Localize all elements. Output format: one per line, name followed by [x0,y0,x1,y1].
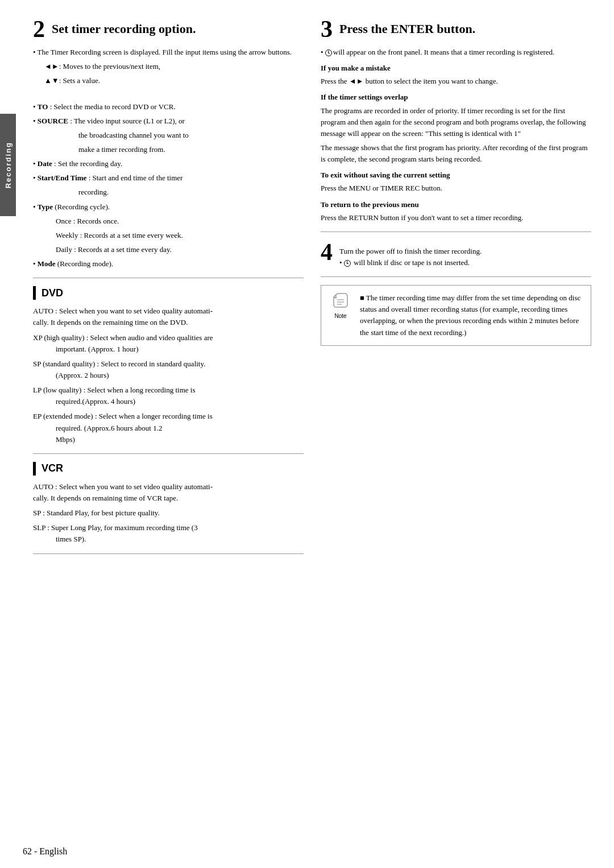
step3-overlap-heading: If the timer settings overlap [321,92,591,103]
step2-intro: • The Timer Recording screen is displaye… [33,47,304,58]
note-text: ■ The timer recording time may differ fr… [360,292,583,338]
divider5 [321,276,591,277]
step2-once: Once : Records once. [33,216,304,227]
step2-arrow2: ▲▼: Sets a value. [33,75,304,86]
dvd-bar [33,286,36,300]
divider3 [33,553,304,554]
dvd-content: AUTO : Select when you want to set video… [33,305,304,445]
dvd-auto: AUTO : Select when you want to set video… [33,305,304,328]
step2-daily: Daily : Records at a set time every day. [33,244,304,255]
step2-content: • The Timer Recording screen is displaye… [33,47,304,270]
clock-icon [325,49,332,56]
step4-bullet: • will blink if disc or tape is not inse… [339,257,482,268]
step2-intro-bullet: • [33,48,38,56]
divider2 [33,453,304,454]
note-content: ■ The timer recording time may differ fr… [360,292,583,338]
step2-source3: make a timer recording from. [33,144,304,155]
step4-number: 4 [321,240,333,264]
step4-container: 4 Turn the power off to finish the timer… [321,240,591,268]
step2-title: Set timer recording option. [52,17,196,36]
clock-icon2 [344,260,351,267]
step2-number: 2 [33,17,45,41]
note-box: Note ■ The timer recording time may diff… [321,285,591,346]
step2-mode: • Mode (Recording mode). [33,258,304,270]
note-icon-area: Note [329,292,352,319]
vcr-auto: AUTO : Select when you want to set video… [33,481,304,504]
dvd-title: DVD [42,287,63,299]
step3-return-heading: To return to the previous menu [321,199,591,210]
right-column: 3 Press the ENTER button. • will appear … [321,17,591,562]
step3-header: 3 Press the ENTER button. [321,17,591,41]
dvd-lp: LP (low quality) : Select when a long re… [33,385,304,407]
left-column: 2 Set timer recording option. • The Time… [33,17,304,562]
step2-header: 2 Set timer recording option. [33,17,304,41]
vcr-title: VCR [42,462,63,474]
step3-overlap-text2: The message shows that the first program… [321,142,591,165]
step3-exit-text: Press the MENU or TIMER REC button. [321,183,591,194]
step3-overlap-text1: The programs are recorded in order of pr… [321,105,591,139]
step2-startend2: recording. [33,187,304,198]
step3-intro: • will appear on the front panel. It mea… [321,47,591,58]
vcr-sp: SP : Standard Play, for best picture qua… [33,507,304,519]
dvd-ep: EP (extended mode) : Select when a longe… [33,411,304,445]
step4-main-text: Turn the power off to finish the timer r… [339,246,482,257]
step3-exit-heading: To exit without saving the current setti… [321,170,591,181]
step3-mistake-text: Press the ◄► button to select the item y… [321,76,591,87]
main-content: 2 Set timer recording option. • The Time… [16,0,614,868]
step2-to: • TO : Select the media to record DVD or… [33,101,304,113]
divider4 [321,232,591,232]
note-label: Note [334,313,346,319]
step3-return-text: Press the RETURN button if you don't wan… [321,212,591,224]
vcr-bar [33,462,36,476]
step2-startend: • Start/End Time : Start and end time of… [33,172,304,184]
dvd-xp: XP (high quality) : Select when audio an… [33,332,304,355]
vcr-content: AUTO : Select when you want to set video… [33,481,304,545]
vcr-slp: SLP : Super Long Play, for maximum recor… [33,522,304,545]
step2-type: • Type (Recording cycle). [33,201,304,213]
side-tab: Recording [0,114,16,216]
page-number: 62 - English [23,846,67,857]
step2-source: • SOURCE : The video input source (L1 or… [33,115,304,127]
step3-number: 3 [321,17,333,41]
vcr-section-header: VCR [33,462,304,476]
step3-title: Press the ENTER button. [339,17,475,36]
step4-text-block: Turn the power off to finish the timer r… [339,240,482,268]
two-column-layout: 2 Set timer recording option. • The Time… [33,17,591,562]
side-tab-label: Recording [4,142,13,188]
step3-mistake-heading: If you make a mistake [321,63,591,74]
step2-date: • Date : Set the recording day. [33,158,304,170]
step3-content: • will appear on the front panel. It mea… [321,47,591,224]
note-icon [333,292,349,312]
page: Recording 2 Set timer recording option. … [0,0,614,868]
dvd-sp: SP (standard quality) : Select to record… [33,358,304,381]
page-footer: 62 - English [23,846,591,857]
step4-header: 4 Turn the power off to finish the timer… [321,240,591,268]
dvd-section-header: DVD [33,286,304,300]
step2-weekly: Weekly : Records at a set time every wee… [33,230,304,241]
step2-arrow1: ◄►: Moves to the previous/next item, [33,61,304,72]
step2-source2: the broadcasting channel you want to [33,130,304,141]
divider1 [33,278,304,278]
